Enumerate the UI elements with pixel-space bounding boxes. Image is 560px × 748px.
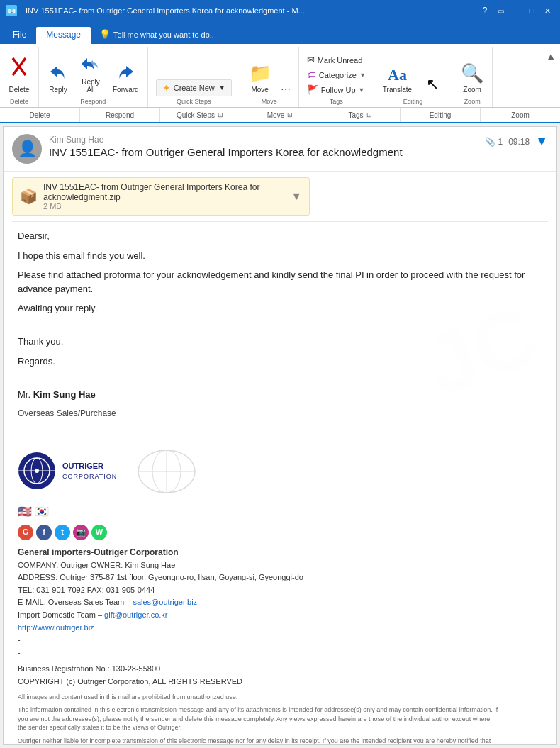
quicksteps-expand-icon[interactable]: ⊡ — [218, 111, 223, 118]
delete-button[interactable]: Delete — [4, 54, 34, 96]
mark-unread-icon: ✉ — [307, 55, 315, 65]
email-container: 👤 Kim Sung Hae INV 1551EAC- from Outrige… — [3, 126, 557, 745]
sig-email-link[interactable]: sales@outriger.biz — [133, 598, 197, 606]
follow-up-icon: 🚩 — [307, 84, 318, 95]
avatar-icon: 👤 — [18, 140, 37, 158]
attachment-icon: 📎 — [485, 137, 495, 147]
title-bar-title: INV 1551EAC- from Outriger General Impor… — [26, 6, 305, 15]
followup-caret: ▼ — [359, 86, 365, 94]
attachment-menu-btn[interactable]: ▼ — [291, 190, 302, 203]
move-section-label: Move ⊡ — [240, 108, 320, 122]
ribbon-toggle-btn[interactable]: ▭ — [493, 5, 508, 16]
sig-address: ADDRESS: Outriger 375-87 1st floor, Gyeo… — [18, 571, 542, 584]
move-expand-icon[interactable]: ⊡ — [287, 111, 293, 118]
reply-icon — [47, 60, 69, 84]
ribbon-group-quicksteps: ✦ Create New ▼ Quick Steps — [148, 47, 240, 107]
us-flag: 🇺🇸 — [18, 503, 32, 520]
attachment-info: INV 1551EAC- from Outriger General Impor… — [43, 182, 285, 211]
move-more-button[interactable]: ⋯ — [277, 78, 294, 96]
move-button[interactable]: 📁 Move — [245, 60, 276, 96]
ribbon-collapse-btn[interactable]: ▲ — [542, 47, 560, 65]
zoom-group-label: Zoom — [464, 96, 481, 107]
body-title: Overseas Sales/Purchase — [18, 407, 542, 420]
reply-label: Reply — [49, 86, 67, 94]
tags-expand-icon[interactable]: ⊡ — [366, 111, 372, 118]
translate-label: Translate — [383, 86, 412, 94]
dropdown-icon: ▼ — [219, 84, 225, 91]
ribbon-tabs: File Message 💡 Tell me what you want to … — [0, 21, 560, 44]
follow-up-button[interactable]: 🚩 Follow Up ▼ — [303, 83, 369, 96]
sig-tel: TEL: 031-901-7092 FAX: 031-905-0444 — [18, 584, 542, 597]
flag-row: 🇺🇸 🇰🇷 — [18, 503, 542, 520]
kr-flag: 🇰🇷 — [35, 503, 49, 520]
sender-name-bold: Kim Sung Hae — [33, 389, 96, 400]
quicksteps-group-label: Quick Steps — [177, 96, 211, 107]
ribbon-group-delete: Delete Delete — [0, 47, 39, 107]
follow-up-label: Follow Up — [321, 86, 356, 94]
zip-icon: 📦 — [20, 188, 38, 205]
respond-group-label: Respond — [80, 96, 106, 107]
forward-icon — [115, 60, 136, 84]
sig-disclaimer1: All images and content used in this mail… — [18, 693, 500, 702]
facebook-icon: f — [36, 525, 52, 540]
move-label: Move — [251, 86, 268, 94]
tab-message[interactable]: Message — [36, 27, 91, 44]
editing-cursor-button[interactable]: ↖ — [418, 72, 447, 96]
attachment-bar: 📦 INV 1551EAC- from Outriger General Imp… — [12, 177, 310, 216]
sig-reg: Business Registration No.: 130-28-55800 — [18, 663, 542, 676]
email-subject: INV 1551EAC- from Outriger General Impor… — [49, 146, 478, 158]
email-body: JC Dearsir, I hope this email finds you … — [4, 222, 556, 745]
minimize-btn[interactable]: ─ — [509, 5, 523, 16]
email-time: 09:18 — [508, 137, 530, 147]
zoom-label: Zoom — [463, 86, 481, 94]
tell-me-text: Tell me what you want to do... — [113, 30, 216, 39]
help-btn[interactable]: ? — [478, 5, 492, 16]
body-greeting: Dearsir, — [18, 229, 542, 243]
forward-button[interactable]: Forward — [108, 57, 143, 96]
tags-section-label: Tags ⊡ — [320, 108, 401, 122]
sig-import: Import Domestic Team – gift@outriger.co.… — [18, 609, 542, 622]
sig-website-link[interactable]: http://www.outriger.biz — [18, 623, 94, 632]
sig-disclaimer3: Outriger neither liable for incomplete t… — [18, 737, 500, 745]
zoom-section-label: Zoom — [481, 108, 560, 122]
categorize-button[interactable]: 🏷 Categorize ▼ — [303, 68, 369, 82]
sig-company-name: General importers-Outriger Corporation — [18, 546, 542, 559]
sig-gift-link[interactable]: gift@outriger.co.kr — [104, 610, 167, 619]
outriger-logo: OUTRIGERCORPORATION — [18, 452, 117, 491]
delete-group-label: Delete — [10, 96, 28, 107]
maximize-btn[interactable]: □ — [525, 5, 539, 16]
translate-button[interactable]: Aa Translate — [379, 63, 416, 96]
sender-avatar: 👤 — [12, 134, 42, 164]
body-line3: Awaiting your reply. — [18, 301, 542, 316]
zoom-button[interactable]: 🔍 Zoom — [457, 60, 488, 96]
ribbon-group-tags: ✉ Mark Unread 🏷 Categorize ▼ 🚩 Follow Up… — [299, 47, 374, 107]
attachment-name: INV 1551EAC- from Outriger General Impor… — [43, 182, 285, 202]
email-header: 👤 Kim Sung Hae INV 1551EAC- from Outrige… — [4, 127, 556, 172]
sig-company: COMPANY: Outriger OWNER: Kim Sung Hae — [18, 559, 542, 572]
tell-me-bar[interactable]: 💡 Tell me what you want to do... — [99, 29, 216, 44]
body-sender: Mr. Kim Sung Hae — [18, 388, 542, 402]
cursor-icon: ↖ — [426, 75, 439, 94]
google-icon: G — [18, 525, 33, 540]
editing-group-label: Editing — [403, 96, 423, 107]
mark-unread-button[interactable]: ✉ Mark Unread — [303, 53, 369, 67]
delete-section-label: Delete — [0, 108, 80, 122]
ribbon: Delete Delete Reply — [0, 44, 560, 108]
reply-all-icon — [80, 52, 101, 77]
categorize-caret: ▼ — [359, 72, 366, 79]
email-header-info: Kim Sung Hae INV 1551EAC- from Outriger … — [49, 134, 478, 158]
email-expand-btn[interactable]: ▼ — [535, 134, 548, 149]
reply-button[interactable]: Reply — [43, 57, 73, 96]
move-group-label: Move — [262, 96, 277, 107]
create-new-button[interactable]: ✦ Create New ▼ — [156, 79, 232, 96]
attachment-badge: 📎 1 — [485, 137, 503, 147]
title-bar: 📧 INV 1551EAC- from Outriger General Imp… — [0, 0, 560, 21]
close-btn[interactable]: ✕ — [540, 5, 554, 16]
reply-all-button[interactable]: ReplyAll — [76, 50, 106, 96]
signature: General importers-Outriger Corporation C… — [18, 546, 542, 746]
window-controls: ? ▭ ─ □ ✕ — [478, 5, 554, 16]
respond-section-label: Respond — [80, 108, 160, 122]
tab-file[interactable]: File — [3, 27, 36, 44]
sig-disclaimer2: The information contained in this electr… — [18, 705, 500, 732]
body-thanks: Thank you. — [18, 335, 542, 349]
